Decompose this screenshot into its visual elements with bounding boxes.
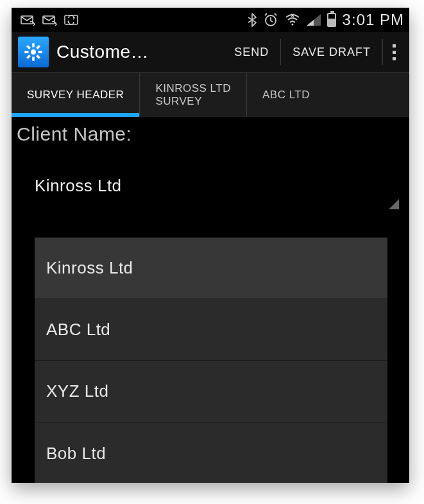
svg-rect-9	[38, 51, 42, 53]
status-left	[17, 14, 78, 26]
svg-rect-10	[36, 45, 40, 49]
svg-rect-1	[43, 16, 55, 24]
svg-rect-6	[32, 43, 35, 47]
app-title: Custome…	[56, 42, 221, 62]
mail-icon	[42, 14, 58, 26]
svg-point-5	[31, 49, 36, 55]
client-name-label: Client Name:	[12, 121, 409, 152]
signal-icon	[307, 14, 321, 26]
client-name-value: Kinross Ltd	[35, 176, 122, 196]
overflow-menu-button[interactable]	[382, 39, 405, 65]
svg-rect-13	[36, 55, 40, 59]
svg-rect-8	[24, 51, 28, 53]
svg-rect-11	[26, 55, 31, 59]
status-time: 3:01 PM	[343, 11, 404, 29]
svg-rect-12	[26, 45, 31, 49]
sync-icon	[64, 14, 78, 26]
wifi-icon	[285, 13, 300, 26]
app-icon[interactable]	[18, 37, 49, 67]
dropdown-option[interactable]: ABC Ltd	[35, 299, 387, 361]
dot-icon	[393, 57, 396, 60]
battery-icon	[327, 13, 336, 27]
bluetooth-icon	[248, 13, 257, 27]
form-area: Client Name: Kinross Ltd	[12, 117, 409, 208]
save-draft-button[interactable]: SAVE DRAFT	[280, 39, 382, 65]
status-right: 3:01 PM	[248, 11, 404, 29]
client-name-dropdown-popup: Kinross Ltd ABC Ltd XYZ Ltd Bob Ltd	[35, 238, 387, 483]
tab-bar: SURVEY HEADER KINROSS LTD SURVEY ABC LTD	[12, 73, 409, 117]
client-name-dropdown[interactable]: Kinross Ltd	[23, 163, 398, 208]
dropdown-option[interactable]: XYZ Ltd	[35, 361, 387, 422]
tab-survey-header[interactable]: SURVEY HEADER	[12, 73, 140, 117]
app-bar: Custome… SEND SAVE DRAFT	[12, 32, 409, 73]
svg-rect-7	[32, 57, 35, 61]
app-actions: SEND SAVE DRAFT	[223, 32, 405, 72]
dot-icon	[393, 44, 396, 48]
dot-icon	[393, 51, 396, 54]
dropdown-option[interactable]: Kinross Ltd	[35, 238, 387, 299]
dropdown-option[interactable]: Bob Ltd	[35, 422, 387, 483]
alarm-icon	[263, 13, 278, 27]
device-frame: 3:01 PM Custome… SEND SAVE DRAFT SURVEY …	[12, 8, 409, 483]
gear-icon	[24, 42, 43, 62]
send-button[interactable]: SEND	[223, 39, 280, 65]
mail-icon	[21, 14, 36, 26]
svg-point-4	[291, 24, 293, 26]
svg-rect-0	[21, 16, 33, 24]
tab-abc-ltd[interactable]: ABC LTD	[247, 73, 315, 117]
svg-rect-2	[65, 15, 78, 24]
tab-kinross-survey[interactable]: KINROSS LTD SURVEY	[140, 73, 247, 117]
status-bar: 3:01 PM	[12, 8, 409, 32]
